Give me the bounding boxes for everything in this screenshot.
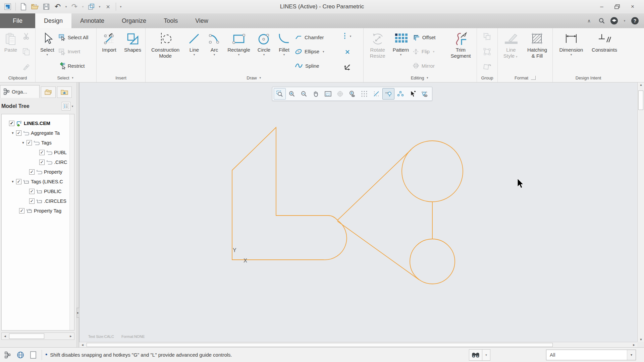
select-group-dropdown[interactable]: ▾ [71,76,75,79]
tree-row-aggregate-tags[interactable]: ▼ ✓ Aggregate Ta [11,128,74,138]
tab-organize-panel[interactable]: Orga... [0,85,40,98]
tree-row-property-tag[interactable]: ✓ Property Tag [19,206,74,216]
shapes-button[interactable]: Shapes [122,29,144,73]
ungroup-button[interactable] [483,47,491,56]
ellipse-button[interactable]: Ellipse ▾ [294,46,336,57]
show-points-button[interactable] [394,88,407,100]
dimension-button[interactable]: Dimension ▾ [557,29,586,73]
checkbox-circles[interactable]: ✓ [29,198,35,204]
pattern-dropdown[interactable]: ▾ [399,53,403,56]
zoom-out-button[interactable] [298,88,310,100]
scroll-down-arrow[interactable]: ▼ [638,338,644,341]
save-button[interactable] [41,2,51,11]
coordinate-system-button[interactable] [343,63,352,71]
fillet-dropdown[interactable]: ▾ [282,53,286,56]
tree-horizontal-scrollbar[interactable]: ◄ ► [1,333,74,340]
select-all-button[interactable]: Select All [58,32,94,43]
checkbox-property-tag[interactable]: ✓ [19,208,24,214]
filter-combobox[interactable]: All ▾ [546,350,636,360]
fillet-tool-button[interactable]: Fillet ▾ [274,29,294,73]
circle-tool-button[interactable]: Circle ▾ [254,29,274,73]
regenerate-button[interactable] [86,2,96,11]
checkbox-tags-lines[interactable]: ✓ [16,179,21,184]
flip-dropdown[interactable]: ▾ [432,50,436,53]
undo-button[interactable]: ↶ [53,2,63,11]
canvas-hscroll-thumb[interactable] [87,343,553,347]
tree-row-property[interactable]: ✓ Property [29,167,74,177]
ellipse-dropdown[interactable]: ▾ [321,50,325,53]
find-dropdown[interactable]: ▾ [482,350,490,360]
copy-button[interactable] [22,48,30,56]
panel-splitter[interactable]: ► [76,82,79,347]
open-file-button[interactable] [30,2,40,11]
find-button[interactable] [469,350,482,360]
line-dropdown[interactable]: ▾ [192,53,196,56]
checkbox-tags[interactable]: ✓ [26,140,32,145]
undo-dropdown[interactable]: ▾ [64,5,68,8]
zoom-in-button[interactable] [286,88,298,100]
import-button[interactable]: Import [99,29,120,73]
tree-row-public[interactable]: ✓ PUBLIC [29,186,74,196]
restrict-button[interactable]: Restrict [58,60,94,71]
checkbox-property[interactable]: ✓ [29,169,35,175]
format-dialog-launcher[interactable] [531,76,536,80]
scroll-right-arrow[interactable]: ► [67,333,74,340]
tree-row-public-agg[interactable]: ✓ PUBL [39,147,74,157]
qat-overflow-dropdown[interactable]: ▾ [119,5,123,8]
centerline-dropdown[interactable]: ▾ [348,35,353,38]
tab-organize[interactable]: Organize [113,13,155,28]
rectangle-dropdown[interactable]: ▾ [237,53,241,56]
invert-selection-button[interactable]: Invert [58,46,94,57]
cut-button[interactable] [22,32,30,40]
learning-dropdown[interactable]: ▾ [623,19,627,22]
regroup-button[interactable] [483,62,491,71]
point-button[interactable] [344,49,351,55]
tab-tools[interactable]: Tools [155,13,186,28]
canvas-horizontal-scrollbar[interactable]: ◄ ► [79,342,637,347]
regenerate-dropdown[interactable]: ▾ [98,5,102,8]
draw-group-dropdown[interactable]: ▾ [258,76,262,79]
help-button[interactable]: ? [631,17,639,24]
rectangle-tool-button[interactable]: Rectangle ▾ [224,29,254,73]
rotate-resize-button[interactable]: Rotate Resize [365,29,390,73]
tree-row-tags-lines[interactable]: ▼ ✓ Tags (LINES.C [11,177,74,186]
refit-button[interactable] [322,88,334,100]
message-log-button[interactable] [28,350,38,360]
center-view-button[interactable] [334,88,346,100]
learning-connector-icon[interactable] [610,17,618,24]
chamfer-button[interactable]: Chamfer [294,32,336,43]
tree-row-lines-cem[interactable]: ✓ LINES.CEM [9,118,74,128]
flip-button[interactable]: Flip ▾ [412,46,445,57]
canvas-vertical-scrollbar[interactable]: ▲ ▼ [637,82,644,342]
sketch-bottom-circle[interactable] [410,239,455,284]
hatching-fill-button[interactable]: Hatching & Fill [525,29,550,73]
tree-row-circles-agg[interactable]: ✓ .CIRC [39,157,74,167]
zoom-selected-button[interactable] [346,88,358,100]
sketch-lower-diagonal[interactable] [337,221,419,280]
line-style-button[interactable]: Line Style▾ [500,29,522,73]
line-tool-button[interactable]: Line ▾ [184,29,205,73]
editing-group-dropdown[interactable]: ▾ [425,76,429,79]
select-dropdown[interactable]: ▾ [45,53,49,56]
scroll-left-arrow[interactable]: ◄ [2,333,8,340]
redo-button[interactable]: ↷ [69,2,79,11]
filter-dropdown-arrow[interactable]: ▾ [627,350,636,360]
select-items-button[interactable] [407,88,419,100]
tree-row-tags[interactable]: ▼ ✓ Tags [21,138,74,147]
tree-hscroll-thumb[interactable] [9,334,44,339]
offset-button[interactable]: Offset [412,32,445,43]
minimize-button[interactable]: – [595,2,608,11]
drawing-canvas[interactable]: Y X Text Size:CALC Format:NONE [79,82,637,342]
arc-tool-button[interactable]: Arc ▾ [205,29,224,73]
zoom-window-button[interactable] [274,88,286,100]
dimension-dropdown[interactable]: ▾ [569,53,573,56]
tab-file[interactable]: File [0,13,35,28]
sketch-pennant-outline[interactable] [232,127,347,260]
trim-segment-button[interactable]: Trim Segment [446,29,475,73]
sketch-display-button[interactable] [419,88,431,100]
sketch-upper-diagonal[interactable] [337,149,411,220]
tab-annotate[interactable]: Annotate [71,13,113,28]
select-button[interactable]: Select ▾ [37,29,58,73]
mirror-button[interactable]: Mirror [412,60,445,71]
format-painter-button[interactable] [22,63,30,71]
